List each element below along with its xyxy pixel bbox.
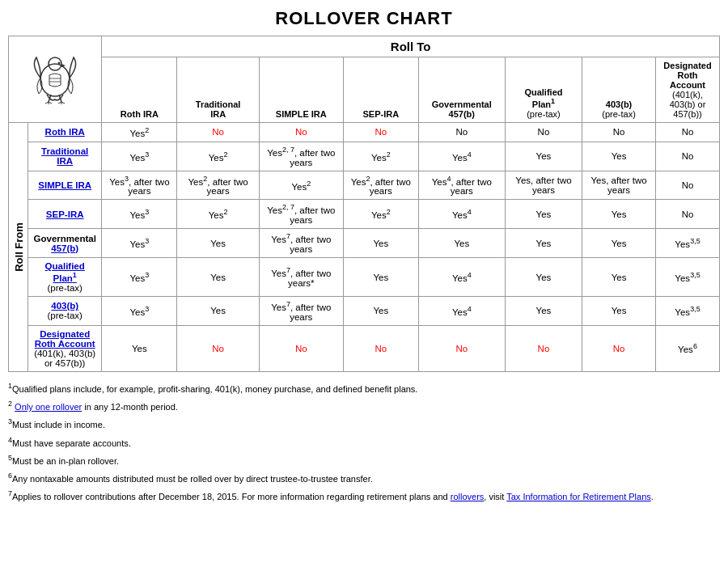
col-header-trad-ira: TraditionalIRA [177, 57, 259, 123]
cell-simple-gov: Yes4, after two years [418, 171, 505, 200]
col-header-simple-ira: SIMPLE IRA [259, 57, 343, 123]
cell-simple-desig: No [656, 171, 720, 200]
cell-roth-simple: No [259, 123, 343, 142]
roll-from-label: Roll From [9, 123, 28, 372]
table-row: Roll From Roth IRA Yes2 No No No No No N… [9, 123, 720, 142]
logo-cell [9, 36, 102, 123]
row-label-simple-ira: SIMPLE IRA [28, 171, 102, 200]
cell-qual-desig: Yes3,5 [656, 258, 720, 297]
cell-trad-roth: Yes3 [102, 142, 177, 171]
row-label-trad-ira: Traditional IRA [28, 142, 102, 171]
footnote-3: 3Must include in income. [8, 416, 720, 432]
cell-simple-qual: Yes, after two years [505, 171, 582, 200]
cell-simple-roth: Yes3, after two years [102, 171, 177, 200]
cell-403b-trad: Yes [177, 296, 259, 325]
cell-qual-gov: Yes4 [418, 258, 505, 297]
cell-roth-desig: No [656, 123, 720, 142]
roll-to-header: Roll To [102, 36, 720, 57]
cell-sep-gov: Yes4 [418, 200, 505, 229]
table-row: SIMPLE IRA Yes3, after two years Yes2, a… [9, 171, 720, 200]
cell-403b-qual: Yes [505, 296, 582, 325]
table-row: Traditional IRA Yes3 Yes2 Yes2, 7, after… [9, 142, 720, 171]
cell-desig-simple: No [259, 325, 343, 371]
cell-desig-desig: Yes6 [656, 325, 720, 371]
table-row: DesignatedRoth Account (401(k), 403(b)or… [9, 325, 720, 371]
cell-desig-trad: No [177, 325, 259, 371]
cell-roth-403b: No [582, 123, 656, 142]
cell-trad-desig: No [656, 142, 720, 171]
cell-desig-qual: No [505, 325, 582, 371]
cell-sep-desig: No [656, 200, 720, 229]
footnote-5: 5Must be an in-plan rollover. [8, 452, 720, 468]
col-header-desig-roth: DesignatedRoth Account(401(k),403(b) or4… [656, 57, 720, 123]
cell-gov-simple: Yes7, after two years [259, 229, 343, 258]
cell-qual-trad: Yes [177, 258, 259, 297]
footnote-1: 1Qualified plans include, for example, p… [8, 380, 720, 396]
cell-trad-trad: Yes2 [177, 142, 259, 171]
cell-qual-qual: Yes [505, 258, 582, 297]
footnote-2: 2 Only one rollover in any 12-month peri… [8, 398, 720, 414]
cell-roth-gov: No [418, 123, 505, 142]
cell-403b-gov: Yes4 [418, 296, 505, 325]
footnote-6: 6Any nontaxable amounts distributed must… [8, 470, 720, 486]
cell-trad-403b: Yes [582, 142, 656, 171]
cell-403b-simple: Yes7, after two years [259, 296, 343, 325]
page-title: ROLLOVER CHART [8, 8, 720, 29]
cell-sep-roth: Yes3 [102, 200, 177, 229]
footnote-4: 4Must have separate accounts. [8, 434, 720, 451]
cell-gov-sep: Yes [343, 229, 418, 258]
cell-gov-403b: Yes [582, 229, 656, 258]
col-header-sep-ira: SEP-IRA [343, 57, 418, 123]
cell-sep-simple: Yes2, 7, after two years [259, 200, 343, 229]
cell-roth-qual: No [505, 123, 582, 142]
cell-gov-desig: Yes3,5 [656, 229, 720, 258]
cell-qual-roth: Yes3 [102, 258, 177, 297]
table-row: SEP-IRA Yes3 Yes2 Yes2, 7, after two yea… [9, 200, 720, 229]
rollover-table: Roll To Roth IRA TraditionalIRA SIMPLE I… [8, 36, 720, 372]
cell-trad-qual: Yes [505, 142, 582, 171]
svg-point-0 [40, 64, 70, 96]
svg-point-2 [58, 61, 61, 64]
table-row: 403(b)(pre-tax) Yes3 Yes Yes7, after two… [9, 296, 720, 325]
row-label-gov-457b: Governmental457(b) [28, 229, 102, 258]
cell-403b-desig: Yes3,5 [656, 296, 720, 325]
row-label-qual-plan: Qualified Plan1(pre-tax) [28, 258, 102, 297]
cell-gov-trad: Yes [177, 229, 259, 258]
cell-trad-sep: Yes2 [343, 142, 418, 171]
cell-roth-roth: Yes2 [102, 123, 177, 142]
row-label-sep-ira: SEP-IRA [28, 200, 102, 229]
footnote-7: 7Applies to rollover contributions after… [8, 488, 720, 504]
cell-trad-simple: Yes2, 7, after two years [259, 142, 343, 171]
cell-qual-403b: Yes [582, 258, 656, 297]
cell-desig-gov: No [418, 325, 505, 371]
col-header-roth-ira: Roth IRA [102, 57, 177, 123]
cell-403b-roth: Yes3 [102, 296, 177, 325]
irs-eagle-svg [27, 49, 83, 106]
table-row: Governmental457(b) Yes3 Yes Yes7, after … [9, 229, 720, 258]
cell-roth-sep: No [343, 123, 418, 142]
row-label-roth-ira: Roth IRA [28, 123, 102, 142]
cell-desig-sep: No [343, 325, 418, 371]
cell-403b-sep: Yes [343, 296, 418, 325]
cell-sep-trad: Yes2 [177, 200, 259, 229]
cell-sep-403b: Yes [582, 200, 656, 229]
cell-403b-403b: Yes [582, 296, 656, 325]
cell-gov-qual: Yes [505, 229, 582, 258]
cell-desig-403b: No [582, 325, 656, 371]
cell-simple-403b: Yes, after two years [582, 171, 656, 200]
table-row: Qualified Plan1(pre-tax) Yes3 Yes Yes7, … [9, 258, 720, 297]
rollover-table-wrapper: Roll To Roth IRA TraditionalIRA SIMPLE I… [8, 36, 720, 372]
row-label-desig-roth: DesignatedRoth Account (401(k), 403(b)or… [28, 325, 102, 371]
cell-desig-roth: Yes [102, 325, 177, 371]
footnotes-section: 1Qualified plans include, for example, p… [8, 380, 720, 505]
col-header-gov-457b: Governmental457(b) [418, 57, 505, 123]
irs-logo [12, 49, 98, 110]
cell-simple-sep: Yes2, after two years [343, 171, 418, 200]
cell-gov-gov: Yes [418, 229, 505, 258]
cell-qual-simple: Yes7, after two years* [259, 258, 343, 297]
col-header-qual-plan: QualifiedPlan1(pre-tax) [505, 57, 582, 123]
cell-gov-roth: Yes3 [102, 229, 177, 258]
cell-trad-gov: Yes4 [418, 142, 505, 171]
cell-sep-sep: Yes2 [343, 200, 418, 229]
cell-sep-qual: Yes [505, 200, 582, 229]
